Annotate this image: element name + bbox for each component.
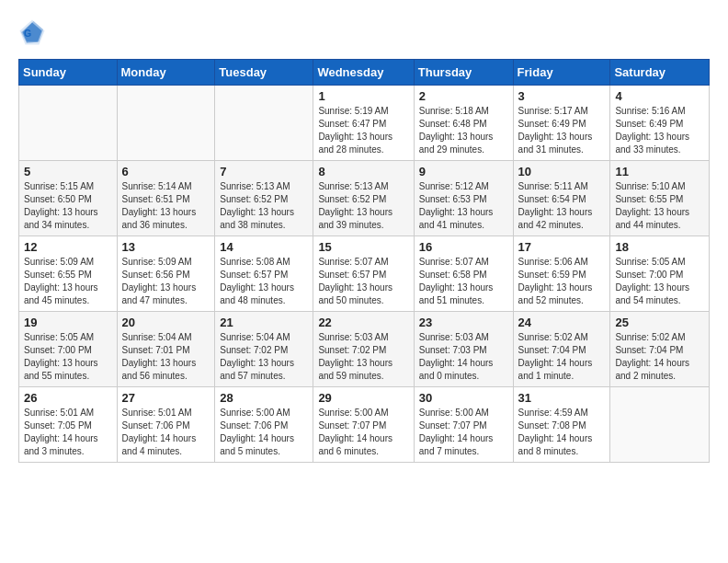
day-number: 4 — [615, 89, 704, 103]
day-number: 29 — [318, 391, 408, 405]
day-cell: 23Sunrise: 5:03 AMSunset: 7:03 PMDayligh… — [414, 312, 513, 387]
day-cell: 13Sunrise: 5:09 AMSunset: 6:56 PMDayligh… — [117, 236, 215, 312]
day-info: Sunrise: 5:08 AMSunset: 6:57 PMDaylight:… — [220, 256, 308, 307]
day-info: Sunrise: 5:02 AMSunset: 7:04 PMDaylight:… — [518, 331, 606, 383]
day-number: 20 — [122, 316, 210, 329]
day-number: 15 — [318, 240, 408, 254]
day-cell: 12Sunrise: 5:09 AMSunset: 6:55 PMDayligh… — [19, 236, 118, 312]
day-cell: 25Sunrise: 5:02 AMSunset: 7:04 PMDayligh… — [610, 312, 710, 387]
weekday-header-saturday: Saturday — [610, 60, 710, 86]
day-cell — [215, 86, 313, 161]
logo: G — [18, 18, 51, 46]
day-cell: 3Sunrise: 5:17 AMSunset: 6:49 PMDaylight… — [513, 86, 610, 161]
day-cell: 28Sunrise: 5:00 AMSunset: 7:06 PMDayligh… — [215, 387, 313, 463]
day-cell: 15Sunrise: 5:07 AMSunset: 6:57 PMDayligh… — [313, 236, 414, 312]
header: G — [18, 18, 710, 46]
svg-text:G: G — [24, 28, 31, 39]
day-number: 1 — [318, 89, 408, 103]
day-info: Sunrise: 5:00 AMSunset: 7:07 PMDaylight:… — [318, 407, 408, 458]
day-cell: 29Sunrise: 5:00 AMSunset: 7:07 PMDayligh… — [313, 387, 414, 463]
day-cell: 9Sunrise: 5:12 AMSunset: 6:53 PMDaylight… — [414, 161, 513, 236]
weekday-header-tuesday: Tuesday — [215, 60, 313, 86]
day-cell: 14Sunrise: 5:08 AMSunset: 6:57 PMDayligh… — [215, 236, 313, 312]
day-number: 6 — [122, 165, 210, 178]
day-number: 10 — [518, 165, 606, 178]
day-number: 27 — [122, 391, 210, 405]
day-info: Sunrise: 5:07 AMSunset: 6:57 PMDaylight:… — [318, 256, 408, 307]
day-number: 19 — [24, 316, 112, 329]
day-cell: 1Sunrise: 5:19 AMSunset: 6:47 PMDaylight… — [313, 86, 414, 161]
weekday-header-wednesday: Wednesday — [313, 60, 414, 86]
day-info: Sunrise: 5:02 AMSunset: 7:04 PMDaylight:… — [615, 331, 704, 383]
day-number: 21 — [220, 316, 308, 329]
day-info: Sunrise: 5:11 AMSunset: 6:54 PMDaylight:… — [518, 180, 606, 232]
day-info: Sunrise: 5:18 AMSunset: 6:48 PMDaylight:… — [419, 105, 508, 156]
week-row-5: 26Sunrise: 5:01 AMSunset: 7:05 PMDayligh… — [19, 387, 710, 463]
day-number: 2 — [419, 89, 508, 103]
week-row-3: 12Sunrise: 5:09 AMSunset: 6:55 PMDayligh… — [19, 236, 710, 312]
day-number: 22 — [318, 316, 408, 329]
day-cell: 16Sunrise: 5:07 AMSunset: 6:58 PMDayligh… — [414, 236, 513, 312]
day-info: Sunrise: 5:19 AMSunset: 6:47 PMDaylight:… — [318, 105, 408, 156]
day-number: 23 — [419, 316, 508, 329]
day-number: 31 — [518, 391, 606, 405]
day-number: 8 — [318, 165, 408, 178]
day-info: Sunrise: 5:03 AMSunset: 7:02 PMDaylight:… — [318, 331, 408, 383]
day-cell: 6Sunrise: 5:14 AMSunset: 6:51 PMDaylight… — [117, 161, 215, 236]
logo-icon: G — [18, 18, 46, 46]
weekday-header-row: SundayMondayTuesdayWednesdayThursdayFrid… — [19, 60, 710, 86]
page: G SundayMondayTuesdayWednesdayThursdayFr… — [0, 0, 728, 481]
day-info: Sunrise: 5:03 AMSunset: 7:03 PMDaylight:… — [419, 331, 508, 383]
day-cell: 2Sunrise: 5:18 AMSunset: 6:48 PMDaylight… — [414, 86, 513, 161]
day-number: 12 — [24, 240, 112, 254]
day-number: 9 — [419, 165, 508, 178]
day-info: Sunrise: 5:00 AMSunset: 7:06 PMDaylight:… — [220, 407, 308, 458]
day-info: Sunrise: 5:17 AMSunset: 6:49 PMDaylight:… — [518, 105, 606, 156]
day-number: 5 — [24, 165, 112, 178]
day-info: Sunrise: 5:04 AMSunset: 7:01 PMDaylight:… — [122, 331, 210, 383]
weekday-header-sunday: Sunday — [19, 60, 118, 86]
day-number: 7 — [220, 165, 308, 178]
week-row-4: 19Sunrise: 5:05 AMSunset: 7:00 PMDayligh… — [19, 312, 710, 387]
day-info: Sunrise: 5:16 AMSunset: 6:49 PMDaylight:… — [615, 105, 704, 156]
day-number: 25 — [615, 316, 704, 329]
day-cell: 17Sunrise: 5:06 AMSunset: 6:59 PMDayligh… — [513, 236, 610, 312]
day-cell: 27Sunrise: 5:01 AMSunset: 7:06 PMDayligh… — [117, 387, 215, 463]
day-number: 3 — [518, 89, 606, 103]
day-number: 24 — [518, 316, 606, 329]
day-cell: 11Sunrise: 5:10 AMSunset: 6:55 PMDayligh… — [610, 161, 710, 236]
day-number: 13 — [122, 240, 210, 254]
day-number: 16 — [419, 240, 508, 254]
day-cell: 19Sunrise: 5:05 AMSunset: 7:00 PMDayligh… — [19, 312, 118, 387]
day-info: Sunrise: 5:05 AMSunset: 7:00 PMDaylight:… — [24, 331, 112, 383]
day-cell: 20Sunrise: 5:04 AMSunset: 7:01 PMDayligh… — [117, 312, 215, 387]
day-info: Sunrise: 5:12 AMSunset: 6:53 PMDaylight:… — [419, 180, 508, 232]
day-cell: 26Sunrise: 5:01 AMSunset: 7:05 PMDayligh… — [19, 387, 118, 463]
day-number: 28 — [220, 391, 308, 405]
day-info: Sunrise: 5:01 AMSunset: 7:06 PMDaylight:… — [122, 407, 210, 458]
day-info: Sunrise: 5:15 AMSunset: 6:50 PMDaylight:… — [24, 180, 112, 232]
day-info: Sunrise: 5:13 AMSunset: 6:52 PMDaylight:… — [318, 180, 408, 232]
day-cell: 31Sunrise: 4:59 AMSunset: 7:08 PMDayligh… — [513, 387, 610, 463]
weekday-header-thursday: Thursday — [414, 60, 513, 86]
calendar-table: SundayMondayTuesdayWednesdayThursdayFrid… — [18, 59, 710, 463]
day-cell: 22Sunrise: 5:03 AMSunset: 7:02 PMDayligh… — [313, 312, 414, 387]
day-cell: 24Sunrise: 5:02 AMSunset: 7:04 PMDayligh… — [513, 312, 610, 387]
day-cell: 4Sunrise: 5:16 AMSunset: 6:49 PMDaylight… — [610, 86, 710, 161]
day-cell: 7Sunrise: 5:13 AMSunset: 6:52 PMDaylight… — [215, 161, 313, 236]
day-info: Sunrise: 5:07 AMSunset: 6:58 PMDaylight:… — [419, 256, 508, 307]
day-info: Sunrise: 5:01 AMSunset: 7:05 PMDaylight:… — [24, 407, 112, 458]
day-cell: 10Sunrise: 5:11 AMSunset: 6:54 PMDayligh… — [513, 161, 610, 236]
day-cell: 18Sunrise: 5:05 AMSunset: 7:00 PMDayligh… — [610, 236, 710, 312]
day-cell — [610, 387, 710, 463]
week-row-2: 5Sunrise: 5:15 AMSunset: 6:50 PMDaylight… — [19, 161, 710, 236]
day-info: Sunrise: 5:13 AMSunset: 6:52 PMDaylight:… — [220, 180, 308, 232]
day-info: Sunrise: 5:10 AMSunset: 6:55 PMDaylight:… — [615, 180, 704, 232]
day-info: Sunrise: 5:04 AMSunset: 7:02 PMDaylight:… — [220, 331, 308, 383]
day-cell — [19, 86, 118, 161]
day-cell: 21Sunrise: 5:04 AMSunset: 7:02 PMDayligh… — [215, 312, 313, 387]
day-info: Sunrise: 5:09 AMSunset: 6:55 PMDaylight:… — [24, 256, 112, 307]
day-info: Sunrise: 5:06 AMSunset: 6:59 PMDaylight:… — [518, 256, 606, 307]
day-info: Sunrise: 5:09 AMSunset: 6:56 PMDaylight:… — [122, 256, 210, 307]
week-row-1: 1Sunrise: 5:19 AMSunset: 6:47 PMDaylight… — [19, 86, 710, 161]
